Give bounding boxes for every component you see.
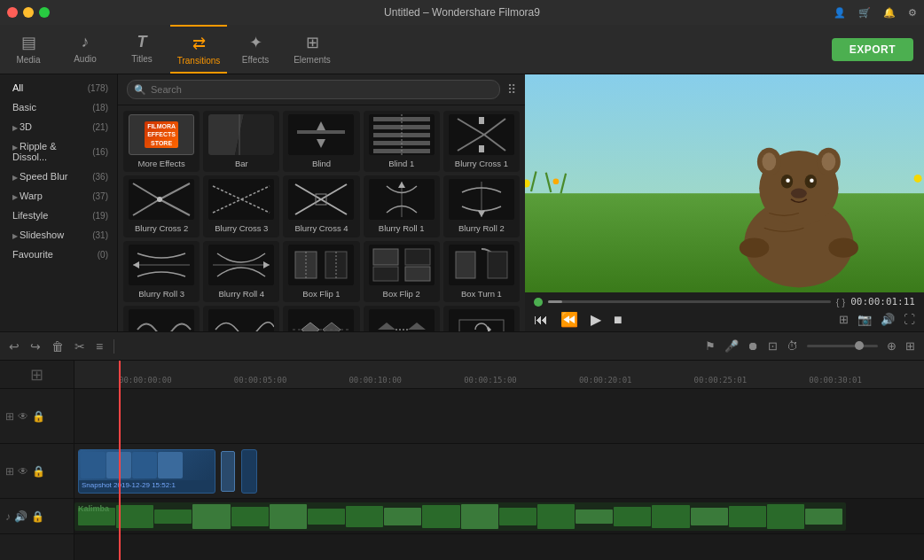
transition-blurry-cross3[interactable]: Blurry Cross 3 <box>203 175 279 237</box>
cart-icon[interactable]: 🛒 <box>858 7 871 19</box>
snapshot-icon[interactable]: 📷 <box>857 313 872 326</box>
minimize-button[interactable] <box>23 7 34 18</box>
close-button[interactable] <box>7 7 18 18</box>
sidebar-item-slideshow[interactable]: ▶Slideshow (31) <box>0 225 117 245</box>
clock-icon[interactable]: ⏱ <box>787 339 798 353</box>
transition-blurry-roll3[interactable]: Blurry Roll 3 <box>123 241 200 302</box>
settings-icon[interactable]: ⚙ <box>908 7 917 19</box>
cut-button[interactable]: ✂ <box>74 339 85 354</box>
grid-icon-2[interactable]: ⊞ <box>5 465 14 478</box>
rewind-button[interactable]: ⏮ <box>534 312 548 328</box>
sidebar-item-all[interactable]: All (178) <box>0 78 117 97</box>
toolbar-item-effects[interactable]: ✦ Effects <box>227 25 284 74</box>
lock-icon-1[interactable]: 🔒 <box>32 410 45 423</box>
step-back-button[interactable]: ⏪ <box>560 311 578 328</box>
transition-bar[interactable]: Bar <box>203 111 279 172</box>
zoom-slider[interactable] <box>807 345 878 347</box>
redo-button[interactable]: ↪ <box>30 339 41 354</box>
blind-svg <box>288 114 354 155</box>
search-input[interactable] <box>127 80 500 99</box>
record-icon[interactable]: ⏺ <box>748 339 759 353</box>
sidebar-item-lifestyle[interactable]: Lifestyle (19) <box>0 206 117 225</box>
bell-icon[interactable]: 🔔 <box>883 7 896 19</box>
grid-toggle-icon[interactable]: ⠿ <box>507 82 516 97</box>
video-clip-small[interactable] <box>241 449 257 494</box>
transition-blind[interactable]: Blind <box>283 111 359 172</box>
elements-icon: ⊞ <box>306 33 319 52</box>
video-clip[interactable]: Snapshot 2019-12-29 15:52:1 <box>78 449 215 494</box>
volume-icon[interactable]: 🔊 <box>881 313 895 326</box>
fullscreen-icon[interactable]: ⛶ <box>904 313 915 326</box>
clip-mini-4 <box>158 452 183 478</box>
transition-blind1[interactable]: Blind 1 <box>364 111 440 172</box>
category-label-favourite: Favourite <box>12 249 53 260</box>
undo-button[interactable]: ↩ <box>9 339 20 354</box>
sidebar-item-3d[interactable]: ▶3D (21) <box>0 117 117 136</box>
time-track[interactable] <box>548 300 831 303</box>
add-track-button[interactable]: ⊞ <box>0 361 74 389</box>
pip-icon[interactable]: ⊡ <box>768 339 778 353</box>
wave-bar <box>270 504 307 528</box>
stop-button[interactable]: ■ <box>614 312 623 328</box>
toolbar-item-titles[interactable]: T Titles <box>114 25 170 74</box>
transition-more-effects[interactable]: FILMORAEFFECTSSTORE More Effects <box>123 111 200 172</box>
list-button[interactable]: ≡ <box>96 339 103 354</box>
transition-row4-2[interactable] <box>203 306 279 331</box>
audio-track[interactable]: Kalimba <box>74 502 846 531</box>
sidebar-item-favourite[interactable]: Favourite (0) <box>0 245 117 264</box>
quality-icon[interactable]: ⊞ <box>839 313 849 326</box>
transition-blurry-cross4[interactable]: Blurry Cross 4 <box>283 175 359 237</box>
lock-icon-2[interactable]: 🔒 <box>32 465 45 478</box>
maximize-button[interactable] <box>39 7 50 18</box>
svg-point-99 <box>828 238 858 258</box>
transition-row4-4[interactable] <box>364 306 440 331</box>
transition-blurry-roll1[interactable]: Blurry Roll 1 <box>364 175 440 237</box>
track-label-audio: ♪ 🔊 🔒 <box>0 499 74 534</box>
transition-blurry-cross2[interactable]: Blurry Cross 2 <box>123 175 200 237</box>
sidebar-item-ripple[interactable]: ▶Ripple & Dissol... (16) <box>0 136 117 167</box>
svg-rect-4 <box>288 114 354 155</box>
toolbar-item-elements[interactable]: ⊞ Elements <box>284 25 341 74</box>
blurry-roll3-thumb <box>129 245 194 285</box>
blurry-cross3-thumb <box>208 179 274 220</box>
zoom-icon[interactable]: ⊕ <box>887 339 897 353</box>
transition-box-flip1[interactable]: Box Flip 1 <box>283 241 359 302</box>
export-button[interactable]: EXPORT <box>832 38 913 61</box>
playhead[interactable] <box>119 389 121 560</box>
row4-1-svg <box>129 309 194 331</box>
lock-icon-audio[interactable]: 🔒 <box>31 510 44 523</box>
transition-row4-3[interactable] <box>283 306 359 331</box>
eye-icon-2[interactable]: 👁 <box>18 465 28 478</box>
transition-row4-5[interactable] <box>443 306 520 331</box>
toolbar-item-transitions[interactable]: ⇄ Transitions <box>170 25 227 74</box>
toolbar-item-audio[interactable]: ♪ Audio <box>57 25 114 74</box>
marker-icon[interactable]: ⚑ <box>705 339 716 353</box>
delete-button[interactable]: 🗑 <box>51 339 64 354</box>
transition-blurry-roll4[interactable]: Blurry Roll 4 <box>203 241 279 302</box>
bar-thumb <box>208 114 274 155</box>
svg-rect-67 <box>288 309 354 331</box>
play-button[interactable]: ▶ <box>591 311 601 328</box>
effects-icon: ✦ <box>249 33 262 52</box>
more-icon[interactable]: ⊞ <box>905 339 915 353</box>
sidebar-item-basic[interactable]: Basic (18) <box>0 97 117 117</box>
grid-icon-1[interactable]: ⊞ <box>5 410 14 423</box>
category-count-all: (178) <box>88 83 108 93</box>
transition-row4-1[interactable] <box>123 306 200 331</box>
wave-bar <box>805 509 842 525</box>
eye-icon-1[interactable]: 👁 <box>18 410 28 423</box>
transition-box-flip2[interactable]: Box Flip 2 <box>364 241 440 302</box>
wave-bar <box>537 504 575 528</box>
transition-clip[interactable] <box>221 451 235 492</box>
transition-blurry-cross1[interactable]: Blurry Cross 1 <box>443 111 520 172</box>
mic-icon[interactable]: 🎤 <box>724 339 739 353</box>
user-icon[interactable]: 👤 <box>834 7 846 19</box>
transition-blurry-roll2[interactable]: Blurry Roll 2 <box>443 175 520 237</box>
transition-box-turn1[interactable]: Box Turn 1 <box>443 241 520 302</box>
sidebar-item-warp[interactable]: ▶Warp (37) <box>0 186 117 206</box>
toolbar-item-media[interactable]: ▤ Media <box>0 25 57 74</box>
sidebar-item-speedblur[interactable]: ▶Speed Blur (36) <box>0 167 117 186</box>
note-icon[interactable]: ♪ <box>5 510 11 523</box>
main-content: All (178) Basic (18) ▶3D (21) ▶Ripple & … <box>0 74 924 331</box>
volume-icon-track[interactable]: 🔊 <box>14 510 27 523</box>
